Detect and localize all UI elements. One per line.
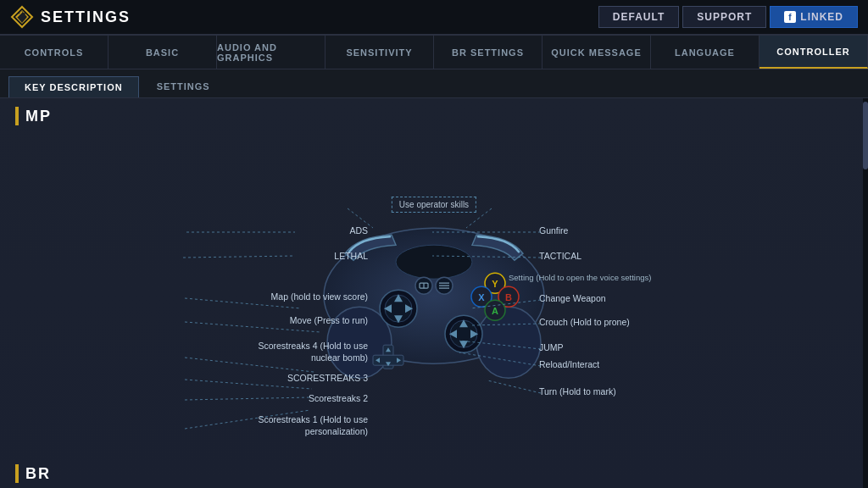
tab-basic[interactable]: BASIC: [108, 36, 217, 69]
label-scorestreaks1: Scorestreaks 1 (Hold to usepersonalizati…: [258, 414, 368, 437]
section-title-br: BR: [25, 465, 51, 483]
sub-tab-settings[interactable]: SETTINGS: [141, 75, 226, 97]
label-scorestreaks4: Scorestreaks 4 (Hold to usenuclear bomb): [258, 341, 368, 363]
label-change-weapon: Change Weapon: [539, 293, 606, 305]
tab-audio[interactable]: AUDIO AND GRAPHICS: [217, 36, 326, 69]
section-bar-mp: [15, 107, 19, 125]
tab-bar: CONTROLS BASIC AUDIO AND GRAPHICS SENSIT…: [0, 36, 868, 69]
label-crouch: Crouch (Hold to prone): [539, 317, 630, 329]
svg-point-8: [396, 245, 472, 279]
section-title-mp: MP: [25, 108, 52, 125]
app-title: SETTINGS: [41, 8, 131, 26]
sub-tab-key-description[interactable]: KEY DESCRIPTION: [8, 76, 139, 97]
sub-tab-bar: KEY DESCRIPTION SETTINGS: [0, 69, 868, 98]
tab-controller[interactable]: CONTROLLER: [760, 36, 868, 69]
logo-icon: [10, 5, 34, 29]
svg-text:A: A: [492, 306, 498, 316]
svg-point-7: [476, 307, 541, 378]
svg-marker-3: [17, 11, 27, 23]
label-reload: Reload/Interact: [539, 359, 599, 371]
tab-sensitivity[interactable]: SENSITIVITY: [326, 36, 434, 69]
svg-line-48: [185, 397, 310, 400]
label-map: Map (hold to view score): [271, 291, 368, 303]
logo: SETTINGS: [10, 5, 131, 29]
svg-text:B: B: [505, 292, 512, 302]
tab-br[interactable]: BR SETTINGS: [434, 36, 542, 69]
support-button[interactable]: SUPPORT: [682, 6, 766, 28]
section-header-mp: MP: [0, 98, 868, 130]
section-header-br: BR: [0, 459, 868, 488]
svg-text:Y: Y: [492, 279, 498, 289]
tab-quick[interactable]: QUICK MESSAGE: [542, 36, 651, 69]
tab-controls[interactable]: CONTROLS: [0, 36, 108, 69]
scrollbar-thumb[interactable]: [863, 102, 868, 169]
header: SETTINGS DEFAULT SUPPORT f LINKED: [0, 0, 868, 36]
facebook-icon: f: [784, 11, 796, 23]
default-button[interactable]: DEFAULT: [598, 6, 679, 28]
label-lethal: LETHAL: [334, 251, 368, 263]
label-voice-setting: Setting (Hold to open the voice settings…: [509, 273, 651, 283]
label-tactical: TACTICAL: [539, 251, 581, 263]
scrollbar-track[interactable]: [863, 98, 868, 488]
label-scorestreaks3: SCORESTREAKS 3: [287, 373, 368, 385]
label-gunfire: Gunfire: [539, 225, 568, 237]
svg-text:X: X: [478, 292, 485, 302]
label-move: Move (Press to run): [290, 315, 368, 327]
controller-diagram: Y B X A ADS LETHAL Map (hold to view sco…: [0, 130, 868, 452]
label-turn: Turn (Hold to mark): [539, 386, 616, 398]
label-scorestreaks2: Scorestreaks 2: [309, 393, 368, 405]
label-jump: JUMP: [539, 342, 564, 354]
main-content: MP: [0, 98, 868, 488]
tab-language[interactable]: LANGUAGE: [651, 36, 760, 69]
section-bar-br: [15, 464, 19, 483]
label-operator-skills: Use operator skills: [392, 197, 476, 213]
header-buttons: DEFAULT SUPPORT f LINKED: [598, 6, 858, 28]
label-ads: ADS: [349, 225, 368, 237]
linked-button[interactable]: f LINKED: [770, 6, 858, 28]
svg-line-43: [183, 256, 295, 258]
